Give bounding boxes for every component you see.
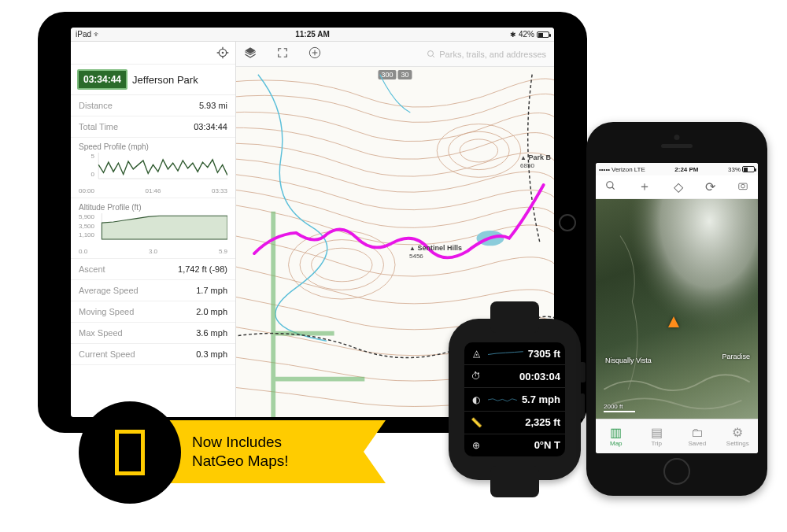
- speedometer-icon: ◐: [469, 394, 483, 405]
- watch-screen: ◬ 7305 ft ⏱ 00:03:04 ◐ 5.7 mph 📏 2,325 f…: [464, 342, 565, 456]
- stat-value: 1,742 ft (-98): [178, 264, 227, 274]
- saved-icon: 🗀: [691, 427, 704, 439]
- stat-label: Ascent: [79, 264, 105, 274]
- stat-label: Moving Speed: [79, 307, 134, 316]
- y-tick: 5: [76, 153, 94, 160]
- tab-settings[interactable]: ⚙ Settings: [718, 419, 759, 453]
- search-placeholder: Parks, trails, and addresses: [439, 50, 546, 59]
- stat-value: 3.6 mph: [196, 328, 227, 338]
- carrier: Verizon: [611, 166, 633, 173]
- watch-time: 00:03:04: [519, 371, 560, 382]
- ruler-icon: 📏: [469, 417, 483, 428]
- iphone-toolbar: ＋ ◇ ⟳: [596, 175, 758, 199]
- svg-marker-10: [102, 216, 227, 239]
- bluetooth-icon: ✱: [510, 31, 516, 39]
- map-label-park: ▲ Park B 6850: [520, 153, 551, 169]
- y-tick: 1,100: [76, 231, 94, 238]
- wifi-icon: ᯤ: [94, 31, 101, 39]
- x-tick: 01:46: [145, 187, 161, 194]
- ipad-status-bar: iPad ᯤ 11:25 AM ✱ 42%: [71, 28, 554, 42]
- stat-row-avg-speed: Average Speed1.7 mph: [71, 280, 235, 301]
- camera-icon[interactable]: [737, 180, 748, 194]
- iphone-camera: [674, 135, 680, 140]
- x-tick: 3.0: [149, 248, 157, 255]
- altitude-profile-chart: Altitude Profile (ft) 5,9003,5001,100 0.…: [71, 198, 235, 259]
- svg-rect-27: [596, 199, 758, 419]
- map-toolbar: Parks, trails, and addresses: [236, 42, 554, 67]
- watch-altitude: 7305 ft: [528, 348, 560, 360]
- watch-crown[interactable]: [579, 362, 586, 382]
- x-tick: 0.0: [79, 248, 87, 255]
- stat-label: Max Speed: [79, 328, 123, 338]
- svg-point-16: [437, 124, 520, 178]
- tab-saved[interactable]: 🗀 Saved: [677, 419, 718, 453]
- layers-icon[interactable]: [244, 46, 257, 62]
- tab-label: Saved: [688, 440, 706, 447]
- svg-point-18: [460, 139, 497, 162]
- stat-label: Average Speed: [79, 286, 139, 295]
- add-icon[interactable]: [309, 46, 321, 62]
- stat-row-distance: Distance 5.93 mi: [71, 95, 235, 116]
- status-time: 2:24 PM: [645, 166, 728, 173]
- tab-label: Trip: [652, 440, 662, 447]
- watch-heading: 0°N T: [534, 439, 560, 451]
- trip-icon: ▤: [651, 427, 663, 439]
- iphone-satellite-map[interactable]: Nisqually Vista Paradise 2000 ft: [596, 199, 758, 419]
- iphone-status-bar: ••••• Verizon LTE 2:24 PM 33%: [596, 163, 758, 175]
- tab-label: Settings: [726, 440, 749, 447]
- natgeo-logo-icon: [115, 430, 145, 475]
- route-icon[interactable]: ⟳: [705, 179, 715, 194]
- watch-speed: 5.7 mph: [522, 393, 560, 405]
- user-location-arrow: [668, 316, 679, 327]
- ipad-home-button[interactable]: [559, 214, 576, 231]
- iphone-home-button[interactable]: [663, 458, 690, 485]
- chart-title: Altitude Profile (ft): [79, 203, 227, 212]
- net: LTE: [634, 166, 645, 173]
- watch-row-speed: ◐ 5.7 mph: [464, 388, 565, 411]
- track-title: Jefferson Park: [132, 74, 198, 86]
- stat-row-moving-speed: Moving Speed2.0 mph: [71, 301, 235, 323]
- battery-pct: 33%: [728, 166, 741, 173]
- device-name: iPad: [76, 30, 91, 39]
- fullscreen-icon[interactable]: [277, 47, 288, 61]
- svg-point-17: [449, 131, 509, 169]
- tab-map[interactable]: ▥ Map: [596, 419, 637, 453]
- watch-side-button[interactable]: [580, 393, 585, 419]
- stat-row-max-speed: Max Speed3.6 mph: [71, 323, 235, 344]
- map-scale: 2000 ft: [604, 403, 635, 412]
- locate-icon[interactable]: ◇: [674, 179, 683, 194]
- map-label-sentinel: ▲ Sentinel Hills 5456: [409, 244, 462, 260]
- battery-pct: 42%: [519, 30, 534, 39]
- y-tick: 5,900: [76, 213, 94, 220]
- mountain-icon: ◬: [469, 348, 483, 359]
- search-icon[interactable]: [605, 180, 616, 194]
- stat-value: 0.3 mph: [196, 349, 227, 359]
- watch-row-time: ⏱ 00:03:04: [464, 365, 565, 388]
- tab-trip[interactable]: ▤ Trip: [637, 419, 678, 453]
- timer-badge[interactable]: 03:34:44: [77, 69, 127, 90]
- locate-icon[interactable]: [216, 46, 229, 59]
- svg-line-15: [433, 55, 435, 57]
- speed-profile-chart: Speed Profile (mph) 50 00:00 01:46 03:33: [71, 138, 235, 198]
- map-label: Paradise: [722, 353, 750, 360]
- stat-label: Distance: [79, 101, 113, 110]
- y-tick: 3,500: [76, 223, 94, 230]
- add-icon[interactable]: ＋: [638, 179, 651, 195]
- x-tick: 00:00: [79, 187, 94, 194]
- x-tick: 03:33: [212, 187, 227, 194]
- stat-value: 5.93 mi: [199, 101, 227, 110]
- svg-point-1: [222, 52, 224, 54]
- battery-icon: [537, 31, 549, 38]
- natgeo-logo-badge: [79, 401, 181, 504]
- map-search[interactable]: Parks, trails, and addresses: [427, 50, 546, 59]
- battery-icon: [742, 166, 755, 172]
- stat-value: 1.7 mph: [196, 286, 227, 295]
- iphone-speaker: [661, 144, 693, 148]
- status-time: 11:25 AM: [170, 30, 455, 39]
- watch-row-altitude: ◬ 7305 ft: [464, 342, 565, 365]
- banner-line1: Now Includes: [192, 434, 282, 450]
- stat-value: 03:34:44: [194, 122, 227, 131]
- svg-point-23: [607, 181, 613, 187]
- banner-line2: NatGeo Maps!: [192, 453, 289, 469]
- search-icon: [427, 50, 436, 59]
